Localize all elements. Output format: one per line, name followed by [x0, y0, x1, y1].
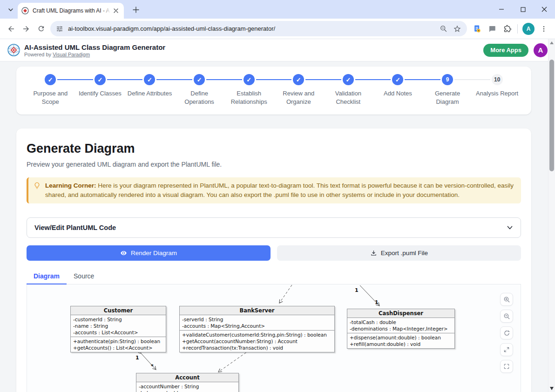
step-analysis-report[interactable]: 10 Analysis Report	[472, 74, 522, 106]
check-icon: ✓	[147, 76, 152, 83]
class-name: Account	[136, 373, 238, 382]
minimize-icon	[499, 7, 504, 12]
dependency-to-bankserver	[279, 285, 292, 303]
bookmark-star-icon[interactable]	[453, 25, 461, 33]
account-avatar[interactable]: A	[534, 43, 548, 57]
multiplicity-label: *	[151, 363, 154, 369]
step-number: 9	[446, 76, 449, 83]
site-settings-icon[interactable]	[56, 25, 63, 33]
render-diagram-button[interactable]: Render Diagram	[27, 245, 271, 261]
learning-corner: Learning Corner: Here is your diagram re…	[27, 177, 521, 203]
extensions-button[interactable]	[500, 21, 514, 36]
new-tab-button[interactable]	[130, 4, 142, 15]
diagram-canvas[interactable]: 1 1 1 * Customer -customerId : String-na…	[27, 284, 521, 392]
step-label: Define Operations	[175, 89, 223, 106]
browser-titlebar: Craft UML Diagrams with AI - A	[0, 0, 555, 19]
class-operations: +validateCustomer(customerId:String,pin:…	[180, 331, 334, 352]
page-scrollbar[interactable]	[548, 39, 555, 392]
docs-extension-button[interactable]	[470, 21, 485, 36]
step-circle-done: ✓	[95, 74, 106, 85]
uml-class-cashdispenser[interactable]: CashDispenser -totalCash : double-denomi…	[347, 309, 455, 349]
scrollbar-thumb[interactable]	[549, 60, 554, 171]
app-title: AI-Assisted UML Class Diagram Generator	[24, 43, 165, 51]
back-icon	[7, 25, 15, 33]
eye-icon	[120, 250, 127, 257]
step-label: Establish Relationships	[225, 89, 273, 106]
profile-initial: A	[527, 26, 531, 32]
maximize-icon	[521, 7, 526, 12]
step-number: 10	[494, 76, 500, 83]
step-label: Generate Diagram	[423, 89, 472, 106]
reload-button[interactable]	[34, 21, 48, 36]
aggregation-to-account	[141, 353, 156, 370]
uml-class-customer[interactable]: Customer -customerId : String-name : Str…	[70, 306, 166, 352]
scroll-down-icon[interactable]	[550, 387, 554, 390]
export-puml-label: Export .puml File	[381, 250, 428, 257]
forward-button[interactable]	[19, 21, 34, 36]
export-puml-button[interactable]: Export .puml File	[277, 245, 521, 261]
browser-profile-avatar[interactable]: A	[522, 23, 535, 35]
step-circle-done: ✓	[244, 74, 255, 85]
close-window-button[interactable]	[534, 0, 555, 19]
reset-view-button[interactable]	[500, 326, 513, 339]
check-icon: ✓	[246, 76, 251, 83]
zoom-out-button[interactable]	[500, 310, 513, 323]
docs-extension-icon	[473, 24, 482, 34]
address-bar[interactable]: ai-toolbox.visual-paradigm.com/app/ai-as…	[50, 21, 467, 36]
learning-corner-text: Learning Corner: Here is your diagram re…	[45, 181, 514, 200]
minimize-button[interactable]	[491, 0, 512, 19]
fullscreen-button[interactable]	[500, 360, 513, 373]
side-panel-button[interactable]	[485, 21, 500, 36]
canvas-toolbar	[500, 293, 513, 373]
forward-icon	[22, 25, 30, 33]
tab-close-button[interactable]	[112, 7, 120, 15]
check-icon: ✓	[345, 76, 351, 83]
multiplicity-label: 1	[135, 355, 139, 361]
zoom-in-icon	[503, 296, 510, 303]
step-label: Define Attributes	[128, 89, 172, 98]
step-circle-upcoming: 10	[492, 74, 503, 85]
more-apps-button[interactable]: More Apps	[483, 44, 528, 57]
url-text[interactable]: ai-toolbox.visual-paradigm.com/app/ai-as…	[68, 25, 434, 32]
favicon-icon	[21, 7, 29, 14]
class-attributes: -accountNumber : String-balance : double	[136, 382, 238, 392]
visual-paradigm-link[interactable]: Visual Paradigm	[53, 52, 90, 57]
plantuml-code-collapse[interactable]: View/Edit PlantUML Code	[27, 217, 521, 238]
scroll-up-icon[interactable]	[550, 41, 554, 44]
screen: { "icons": { "check": "✓" }, "browser": …	[0, 0, 555, 392]
close-icon	[114, 8, 118, 13]
zoom-in-button[interactable]	[500, 293, 513, 306]
maximize-button[interactable]	[512, 0, 534, 19]
step-circle-done: ✓	[144, 74, 155, 85]
browser-menu-button[interactable]	[536, 21, 551, 36]
learning-corner-label: Learning Corner:	[45, 182, 96, 189]
tab-search-button[interactable]	[4, 4, 17, 15]
check-icon: ✓	[395, 76, 400, 83]
app-header: AI-Assisted UML Class Diagram Generator …	[0, 39, 555, 61]
class-attributes: -totalCash : double-denominations : Map<…	[347, 318, 454, 333]
learning-corner-body: Here is your diagram represented in Plan…	[45, 182, 514, 198]
puzzle-icon	[503, 24, 512, 33]
step-circle-done: ✓	[343, 74, 354, 85]
plus-icon	[133, 7, 139, 13]
class-operations: +dispense(amount:double) : boolean+refil…	[347, 333, 454, 348]
close-icon	[541, 7, 547, 12]
toolbar-divider	[517, 24, 518, 34]
tab-source[interactable]: Source	[67, 269, 101, 284]
back-button[interactable]	[4, 21, 19, 36]
tab-diagram[interactable]: Diagram	[27, 269, 67, 284]
chevron-down-icon	[8, 7, 14, 13]
class-attributes: -serverId : String-accounts : Map<String…	[180, 315, 334, 331]
page-body: ✓ Purpose and Scope ✓ Identify Classes ✓…	[0, 61, 548, 392]
check-icon: ✓	[97, 76, 102, 83]
zoom-page-icon[interactable]	[440, 25, 447, 33]
browser-tab[interactable]: Craft UML Diagrams with AI - A	[18, 3, 124, 19]
render-diagram-label: Render Diagram	[131, 250, 177, 257]
lightbulb-icon	[34, 182, 41, 189]
reset-view-icon	[503, 330, 510, 337]
chevron-down-icon	[507, 224, 513, 231]
uml-class-bankserver[interactable]: BankServer -serverId : String-accounts :…	[179, 306, 335, 352]
expand-button[interactable]	[500, 343, 513, 356]
preview-tabs: Diagram Source	[27, 269, 521, 284]
uml-class-account[interactable]: Account -accountNumber : String-balance …	[136, 373, 239, 392]
